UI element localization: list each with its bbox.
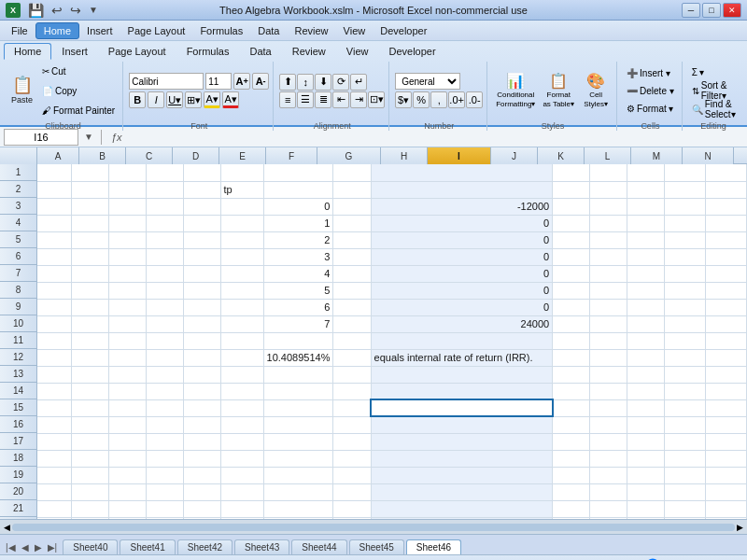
cell-F9[interactable] — [220, 299, 263, 315]
underline-btn[interactable]: U▾ — [166, 91, 183, 108]
cell-L11[interactable] — [627, 332, 665, 349]
cell-A5[interactable] — [37, 231, 71, 248]
cut-btn[interactable]: ✂ Cut — [38, 62, 119, 80]
cell-M12[interactable] — [665, 349, 706, 366]
cell-I10[interactable]: 24000 — [371, 315, 553, 332]
cell-J8[interactable] — [553, 282, 590, 299]
format-cells-btn[interactable]: ⚙ Format ▾ — [623, 100, 678, 117]
cell-H11[interactable] — [333, 332, 371, 349]
cell-E6[interactable] — [183, 248, 220, 265]
cell-C8[interactable] — [108, 282, 146, 299]
text-angle-btn[interactable]: ⟳ — [332, 74, 349, 91]
cell-K7[interactable] — [590, 265, 627, 282]
cell-A7[interactable] — [37, 265, 71, 282]
ribbon-tab-page layout[interactable]: Page Layout — [98, 43, 176, 60]
cell-G7[interactable]: 4 — [263, 265, 333, 282]
decrease-decimal-btn[interactable]: .0- — [466, 91, 483, 108]
formula-input[interactable] — [130, 129, 743, 146]
row-header-8[interactable]: 8 — [0, 282, 36, 299]
cell-E12[interactable] — [183, 349, 220, 366]
cell-B3[interactable] — [71, 198, 108, 215]
italic-btn[interactable]: I — [148, 91, 164, 108]
cell-G6[interactable]: 3 — [263, 248, 333, 265]
function-wizard-btn[interactable]: ƒx — [107, 132, 126, 143]
cell-G3[interactable]: 0 — [263, 198, 333, 215]
cell-H3[interactable] — [333, 198, 371, 215]
cell-L1[interactable] — [627, 164, 665, 181]
undo-qat-btn[interactable]: ↩ — [49, 2, 64, 19]
cell-B5[interactable] — [71, 231, 108, 248]
sheet-tab-Sheet46-active[interactable]: Sheet46 — [406, 539, 461, 554]
cell-L2[interactable] — [627, 181, 665, 198]
row-header-15[interactable]: 15 — [0, 399, 36, 416]
cell-H2[interactable] — [333, 181, 371, 198]
cell-K11[interactable] — [590, 332, 627, 349]
cell-M5[interactable] — [665, 231, 706, 248]
cell-D8[interactable] — [146, 282, 183, 299]
cell-F11[interactable] — [220, 332, 263, 349]
cell-I2[interactable] — [371, 181, 553, 198]
cell-M8[interactable] — [665, 282, 706, 299]
cell-L3[interactable] — [627, 198, 665, 215]
maximize-btn[interactable]: □ — [702, 3, 721, 18]
align-middle-btn[interactable]: ↕ — [297, 74, 314, 91]
autosum-btn[interactable]: Σ▾ — [688, 63, 740, 80]
cell-H5[interactable] — [333, 231, 371, 248]
cell-F2[interactable]: tp — [220, 181, 263, 198]
cell-M1[interactable] — [665, 164, 706, 181]
font-size-decrease-btn[interactable]: A- — [252, 73, 269, 90]
cell-B9[interactable] — [71, 299, 108, 315]
cell-H12[interactable] — [333, 349, 371, 366]
first-sheet-btn[interactable]: |◀ — [4, 540, 18, 554]
fill-color-btn[interactable]: A▾ — [204, 91, 220, 108]
cell-H10[interactable] — [333, 315, 371, 332]
cell-G9[interactable]: 6 — [263, 299, 333, 315]
col-header-F[interactable]: F — [266, 147, 317, 164]
cell-L10[interactable] — [627, 315, 665, 332]
cell-D3[interactable] — [146, 198, 183, 215]
ribbon-tab-review[interactable]: Review — [282, 43, 336, 60]
cell-C2[interactable] — [108, 181, 146, 198]
col-header-K[interactable]: K — [538, 147, 585, 164]
cell-A8[interactable] — [37, 282, 71, 299]
cell-D10[interactable] — [146, 315, 183, 332]
menu-item-developer[interactable]: Developer — [373, 23, 434, 38]
row-header-16[interactable]: 16 — [0, 416, 36, 433]
cell-M6[interactable] — [665, 248, 706, 265]
row-header-21[interactable]: 21 — [0, 500, 36, 517]
grid-container[interactable]: tp 0 — [37, 164, 747, 519]
border-btn[interactable]: ⊞▾ — [185, 91, 202, 108]
cell-N9[interactable] — [706, 299, 747, 315]
col-header-M[interactable]: M — [631, 147, 683, 164]
menu-item-file[interactable]: File — [4, 23, 35, 38]
cell-I8[interactable]: 0 — [371, 282, 553, 299]
row-header-10[interactable]: 10 — [0, 315, 36, 332]
ribbon-tab-view[interactable]: View — [336, 43, 379, 60]
cell-G8[interactable]: 5 — [263, 282, 333, 299]
cell-J7[interactable] — [553, 265, 590, 282]
cell-E7[interactable] — [183, 265, 220, 282]
increase-indent-btn[interactable]: ⇥ — [350, 91, 367, 108]
cell-K8[interactable] — [590, 282, 627, 299]
cell-G5[interactable]: 2 — [263, 231, 333, 248]
minimize-btn[interactable]: ─ — [682, 3, 700, 18]
scroll-left-btn[interactable]: ◀ — [4, 523, 10, 532]
cell-N2[interactable] — [706, 181, 747, 198]
cell-I6[interactable]: 0 — [371, 248, 553, 265]
menu-item-data[interactable]: Data — [250, 23, 287, 38]
redo-qat-btn[interactable]: ↪ — [68, 2, 83, 19]
cell-C7[interactable] — [108, 265, 146, 282]
cell-E1[interactable] — [183, 164, 220, 181]
cell-A4[interactable] — [37, 215, 71, 231]
row-header-13[interactable]: 13 — [0, 366, 36, 383]
cell-B7[interactable] — [71, 265, 108, 282]
conditional-formatting-btn[interactable]: 📊 ConditionalFormatting▾ — [493, 70, 538, 111]
col-header-N[interactable]: N — [683, 147, 734, 164]
scroll-right-btn[interactable]: ▶ — [737, 523, 743, 532]
cell-H1[interactable] — [333, 164, 371, 181]
cell-H4[interactable] — [333, 215, 371, 231]
ribbon-tab-formulas[interactable]: Formulas — [176, 43, 240, 60]
ribbon-tab-home[interactable]: Home — [4, 43, 51, 60]
align-top-btn[interactable]: ⬆ — [279, 74, 296, 91]
cell-F4[interactable] — [220, 215, 263, 231]
